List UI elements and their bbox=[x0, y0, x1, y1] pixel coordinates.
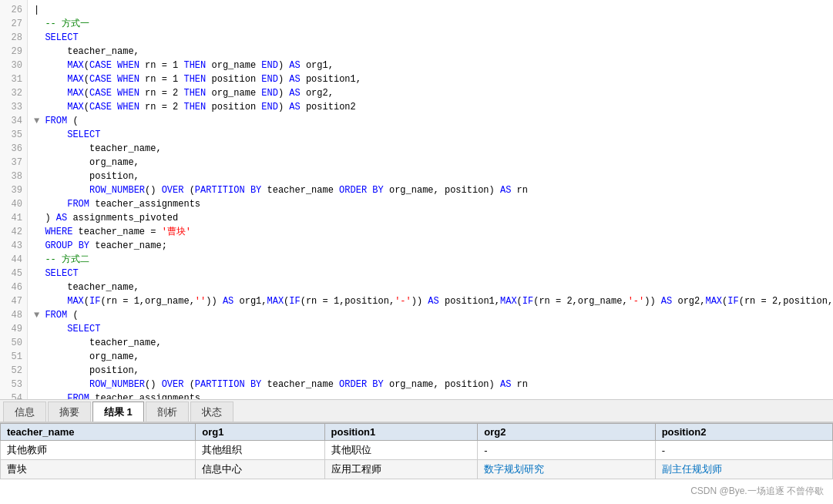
code-line: FROM teacher_assignments bbox=[34, 391, 827, 399]
code-lines[interactable]: | -- 方式一 SELECT teacher_name, MAX(CASE W… bbox=[28, 0, 833, 399]
code-line: ) AS assignments_pivoted bbox=[34, 211, 827, 225]
code-line: teacher_name, bbox=[34, 336, 827, 350]
table-cell: 副主任规划师 bbox=[655, 460, 832, 479]
tab-剖析[interactable]: 剖析 bbox=[146, 402, 189, 422]
results-area: teacher_nameorg1position1org2position2其他… bbox=[0, 423, 833, 504]
code-line: MAX(CASE WHEN rn = 2 THEN position END) … bbox=[34, 100, 827, 114]
code-line: WHERE teacher_name = '曹块' bbox=[34, 225, 827, 239]
code-line: ▼ FROM ( bbox=[34, 308, 827, 322]
tab-状态[interactable]: 状态 bbox=[190, 402, 233, 422]
tab-信息[interactable]: 信息 bbox=[3, 402, 46, 422]
table-cell: - bbox=[478, 441, 655, 460]
table-header-org2: org2 bbox=[478, 424, 655, 441]
table-cell: - bbox=[655, 441, 832, 460]
code-line: | bbox=[34, 3, 827, 17]
tabs-bar: 信息摘要结果 1剖析状态 bbox=[0, 400, 833, 423]
line-numbers: 2627282930313233343536373839404142434445… bbox=[0, 0, 28, 399]
table-header-position1: position1 bbox=[324, 424, 478, 441]
code-line: SELECT bbox=[34, 128, 827, 142]
table-cell: 其他教师 bbox=[1, 441, 196, 460]
code-line: ▼ FROM ( bbox=[34, 114, 827, 128]
code-line: MAX(CASE WHEN rn = 1 THEN org_name END) … bbox=[34, 59, 827, 72]
code-editor: 2627282930313233343536373839404142434445… bbox=[0, 0, 833, 400]
tab-摘要[interactable]: 摘要 bbox=[48, 402, 91, 422]
table-row: 曹块信息中心应用工程师数字规划研究副主任规划师 bbox=[1, 460, 833, 479]
code-line: MAX(IF(rn = 1,org_name,'')) AS org1,MAX(… bbox=[34, 294, 827, 308]
code-line: ROW_NUMBER() OVER (PARTITION BY teacher_… bbox=[34, 378, 827, 391]
code-line: org_name, bbox=[34, 350, 827, 364]
table-cell: 其他职位 bbox=[324, 441, 478, 460]
table-row: 其他教师其他组织其他职位-- bbox=[1, 441, 833, 460]
code-line: FROM teacher_assignments bbox=[34, 197, 827, 211]
code-line: SELECT bbox=[34, 322, 827, 336]
code-line: SELECT bbox=[34, 267, 827, 281]
table-cell: 应用工程师 bbox=[324, 460, 478, 479]
code-line: position, bbox=[34, 364, 827, 378]
table-cell: 信息中心 bbox=[196, 460, 324, 479]
table-header-org1: org1 bbox=[196, 424, 324, 441]
table-cell: 其他组织 bbox=[196, 441, 324, 460]
table-cell: 数字规划研究 bbox=[478, 460, 655, 479]
results-table: teacher_nameorg1position1org2position2其他… bbox=[0, 423, 833, 479]
table-header-teacher_name: teacher_name bbox=[1, 424, 196, 441]
code-line: SELECT bbox=[34, 31, 827, 45]
code-line: position, bbox=[34, 170, 827, 183]
code-line: -- 方式一 bbox=[34, 17, 827, 31]
code-line: org_name, bbox=[34, 156, 827, 170]
table-cell: 曹块 bbox=[1, 460, 196, 479]
table-header-position2: position2 bbox=[655, 424, 832, 441]
code-line: teacher_name, bbox=[34, 45, 827, 59]
code-line: teacher_name, bbox=[34, 142, 827, 156]
code-line: GROUP BY teacher_name; bbox=[34, 239, 827, 253]
code-line: -- 方式二 bbox=[34, 253, 827, 267]
tab-结果1[interactable]: 结果 1 bbox=[92, 402, 144, 422]
code-line: MAX(CASE WHEN rn = 1 THEN position END) … bbox=[34, 72, 827, 86]
code-line: teacher_name, bbox=[34, 281, 827, 294]
code-line: MAX(CASE WHEN rn = 2 THEN org_name END) … bbox=[34, 86, 827, 100]
code-line: ROW_NUMBER() OVER (PARTITION BY teacher_… bbox=[34, 183, 827, 197]
